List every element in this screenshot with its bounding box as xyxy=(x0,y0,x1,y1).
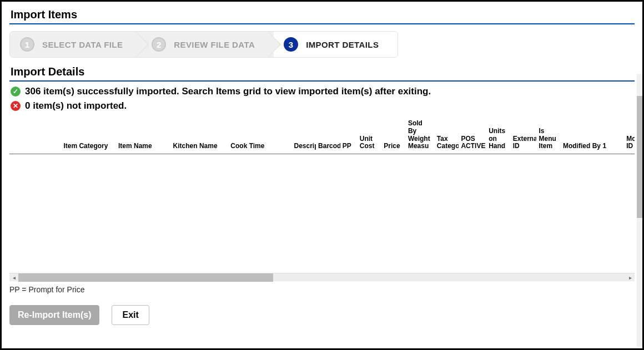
page-title: Import Items xyxy=(11,8,635,21)
check-circle-icon: ✓ xyxy=(11,87,21,97)
status-success-text: 306 item(s) successfully imported. Searc… xyxy=(25,86,431,97)
col-units-on-hand[interactable]: Units on Hand xyxy=(486,118,511,154)
col-pp[interactable]: PP xyxy=(340,118,358,154)
col-barcode[interactable]: Barcod xyxy=(316,118,340,154)
col-kitchen-name[interactable]: Kitchen Name xyxy=(171,118,229,154)
scrollbar-thumb[interactable] xyxy=(18,273,273,282)
reimport-button[interactable]: Re-Import Item(s) xyxy=(9,305,99,325)
step-label-3: IMPORT DETAILS xyxy=(306,40,379,49)
col-external-id[interactable]: Externa ID xyxy=(511,118,537,154)
table-header-row: Item Category Item Name Kitchen Name Coo… xyxy=(9,118,635,154)
col-item-category[interactable]: Item Category xyxy=(61,118,116,154)
section-divider xyxy=(9,80,635,82)
wizard-step-2[interactable]: 2 REVIEW FILE DATA xyxy=(142,32,274,57)
status-success: ✓ 306 item(s) successfully imported. Sea… xyxy=(11,86,635,97)
x-circle-icon: ✕ xyxy=(11,101,21,111)
horizontal-scrollbar[interactable]: ◂ ▸ xyxy=(9,273,635,281)
col-modified-by-1[interactable]: Modified By 1 xyxy=(561,118,624,154)
col-sold-by-weight[interactable]: Sold By Weight Measu xyxy=(406,118,435,154)
col-pos-active[interactable]: POS ACTIVE xyxy=(459,118,486,154)
col-blank[interactable] xyxy=(9,118,61,154)
button-row: Re-Import Item(s) Exit xyxy=(9,305,635,325)
scrollbar-track[interactable] xyxy=(18,273,626,282)
status-fail-text: 0 item(s) not imported. xyxy=(25,100,127,111)
scroll-left-icon[interactable]: ◂ xyxy=(9,273,18,282)
col-unit-cost[interactable]: Unit Cost xyxy=(358,118,382,154)
wizard-step-3[interactable]: 3 IMPORT DETAILS xyxy=(274,32,398,57)
step-label-1: SELECT DATA FILE xyxy=(42,40,123,49)
col-is-menu-item[interactable]: Is Menu Item xyxy=(536,118,561,154)
step-badge-3: 3 xyxy=(284,37,298,52)
col-description[interactable]: Descrip xyxy=(291,118,316,154)
title-divider xyxy=(9,23,635,24)
status-fail: ✕ 0 item(s) not imported. xyxy=(11,100,635,111)
step-label-2: REVIEW FILE DATA xyxy=(174,40,255,49)
vertical-scrollbar[interactable] xyxy=(637,74,642,347)
exit-button[interactable]: Exit xyxy=(112,305,149,325)
col-item-name[interactable]: Item Name xyxy=(116,118,171,154)
pp-footnote: PP = Prompt for Price xyxy=(9,285,635,294)
col-cook-time[interactable]: Cook Time xyxy=(228,118,291,154)
scroll-right-icon[interactable]: ▸ xyxy=(626,273,635,282)
section-title: Import Details xyxy=(11,65,635,78)
vertical-scrollbar-thumb[interactable] xyxy=(637,96,642,218)
col-price[interactable]: Price xyxy=(381,118,406,154)
wizard-steps: 1 SELECT DATA FILE 2 REVIEW FILE DATA 3 … xyxy=(9,31,398,58)
col-modifier-g-id[interactable]: Modifier G ID xyxy=(624,118,635,154)
wizard-step-1[interactable]: 1 SELECT DATA FILE xyxy=(10,32,142,57)
col-tax-category[interactable]: Tax Catego xyxy=(435,118,459,154)
step-badge-1: 1 xyxy=(20,37,34,52)
step-badge-2: 2 xyxy=(152,37,166,52)
results-grid: Item Category Item Name Kitchen Name Coo… xyxy=(9,117,635,283)
results-table: Item Category Item Name Kitchen Name Coo… xyxy=(9,118,635,154)
